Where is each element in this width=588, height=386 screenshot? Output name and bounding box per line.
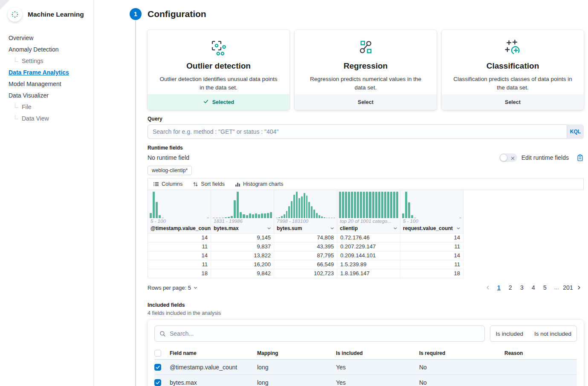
copy-clipboard-icon[interactable] (576, 154, 584, 161)
histogram-bar (240, 212, 242, 218)
select-all-checkbox[interactable] (154, 350, 161, 357)
cell-bytes.sum: 102,723 (274, 269, 337, 278)
sidebar-item-file[interactable]: File (15, 104, 32, 110)
configuration-step-content: Outlier detectionOutlier detection ident… (148, 30, 584, 386)
datagrid-body: 149,14574,8080.72.176.4614119,83743,3950… (148, 233, 463, 278)
histogram-bar (162, 218, 164, 218)
job-type-card-outlier-detection[interactable]: Outlier detectionOutlier detection ident… (148, 30, 290, 110)
column-name-button[interactable]: bytes.sum (274, 225, 337, 233)
cell-request.value_count: 14 (400, 251, 463, 260)
pagination-previous-button[interactable] (483, 285, 492, 291)
histogram-bar (153, 192, 155, 218)
histogram-bar (225, 217, 227, 218)
histogram-bar (298, 198, 300, 218)
column-name-button[interactable]: request.value_count (400, 225, 463, 233)
column-header-is-required: Is required (419, 350, 504, 356)
edit-runtime-fields-toggle[interactable] (499, 153, 517, 162)
histogram-bar (357, 192, 359, 218)
histogram-bar (219, 218, 221, 218)
card-selected-button[interactable]: Selected (148, 94, 290, 110)
rows-per-page-button[interactable]: Rows per page: 5 (148, 285, 198, 291)
histogram-bar (301, 196, 303, 218)
pagination-next-button[interactable] (574, 285, 584, 291)
histogram-bar (405, 192, 407, 218)
pagination-page-5[interactable]: 5 (540, 282, 550, 293)
sidebar-item-anomaly-detection[interactable]: Anomaly Detection (9, 46, 59, 53)
row-checkbox[interactable] (154, 364, 161, 371)
column-header-is-included: Is included (336, 350, 419, 356)
table-row: 119,83743,3950.207.229.14711 (148, 242, 463, 251)
pagination-page-1[interactable]: 1 (494, 282, 504, 293)
histogram-bar (342, 192, 344, 218)
histogram-bar (387, 192, 389, 218)
histogram-bar (306, 196, 308, 218)
column-header-field-name: Field name (170, 350, 257, 356)
histogram-bar (243, 214, 245, 218)
cell-bytes.sum: 66,549 (274, 260, 337, 269)
cell-field-name: @timestamp.value_count (170, 364, 257, 371)
sidebar-item-data-view[interactable]: Data View (15, 115, 49, 122)
column-name-button[interactable]: bytes.max (211, 225, 274, 233)
job-type-card-regression[interactable]: RegressionRegression predicts numerical … (295, 30, 437, 110)
histogram-bar (150, 213, 152, 218)
histogram-bar (288, 206, 290, 218)
sidebar-item-overview[interactable]: Overview (9, 35, 33, 41)
cell-field-name: bytes.max (170, 379, 257, 386)
filter-button-is-included[interactable]: Is included (490, 326, 529, 342)
cell-clientip: 0.207.229.147 (337, 242, 400, 251)
column-header-bytes.sum: 7998 - 183100bytes.sum (274, 190, 337, 233)
pagination-page-3[interactable]: 3 (517, 282, 527, 293)
pagination-page-2[interactable]: 2 (505, 282, 516, 293)
fields-table-header: Field nameMappingIs includedIs requiredR… (154, 347, 577, 360)
histogram-bar (321, 216, 323, 218)
fields-search-input[interactable] (170, 330, 480, 337)
column-name-button[interactable]: @timestamp.value_count (148, 225, 211, 233)
toolbar-button-columns[interactable]: Columns (153, 181, 182, 187)
column-range-label: 5 - 100 (148, 218, 211, 225)
included-fields-panel: Is includedIs not included Field nameMap… (148, 320, 584, 386)
sidebar-item-settings[interactable]: Settings (15, 58, 43, 64)
histogram-bar (339, 192, 341, 218)
card-body: Outlier detectionOutlier detection ident… (148, 30, 290, 94)
chevron-down-icon[interactable] (393, 226, 398, 231)
cell-is-included: Yes (336, 364, 419, 371)
sidebar-item-model-management[interactable]: Model Management (9, 81, 61, 87)
toolbar-button-histogram-charts[interactable]: Histogram charts (235, 181, 283, 187)
cell-bytes.max: 9,837 (211, 242, 274, 251)
job-type-card-classification[interactable]: ClassificationClassification predicts cl… (442, 30, 584, 110)
classification-icon (442, 39, 584, 57)
filter-button-is-not-included[interactable]: Is not included (529, 326, 577, 342)
chevron-down-icon[interactable] (266, 226, 272, 231)
histogram-bar (366, 192, 368, 218)
histogram-bar (234, 200, 236, 218)
cell-@timestamp.value_count: 14 (148, 233, 211, 242)
histogram-bar (333, 218, 335, 218)
query-input[interactable] (148, 124, 567, 139)
histogram-bar (411, 215, 413, 218)
cell-request.value_count: 11 (400, 260, 463, 269)
toolbar-button-sort-fields[interactable]: Sort fields (193, 181, 225, 187)
pagination-page-201[interactable]: 201 (563, 282, 573, 293)
histogram-bar (222, 218, 224, 218)
pagination-page-4[interactable]: 4 (528, 282, 539, 293)
query-bar: KQL (148, 124, 584, 139)
chevron-down-icon (193, 285, 198, 290)
chevron-down-icon[interactable] (456, 226, 461, 231)
column-header-bytes.max: 1831 - 19986bytes.max (211, 190, 274, 233)
histogram-bar (363, 192, 365, 218)
runtime-fields-controls: Edit runtime fields (499, 153, 584, 162)
card-select-button[interactable]: Select (295, 94, 437, 110)
chevron-down-icon[interactable] (330, 226, 335, 231)
histogram-bar (360, 192, 362, 218)
card-select-button[interactable]: Select (442, 94, 584, 110)
kql-badge[interactable]: KQL (567, 124, 584, 139)
histogram-bar (258, 214, 260, 218)
column-name-button[interactable]: clientip (337, 225, 400, 233)
edit-runtime-fields-label[interactable]: Edit runtime fields (521, 154, 569, 161)
row-checkbox[interactable] (154, 379, 161, 386)
table-row: 1413,82287,7950.209.144.10114 (148, 251, 463, 260)
app-header: Machine Learning (0, 0, 93, 22)
sidebar-item-data-visualizer[interactable]: Data Visualizer (9, 92, 49, 99)
sidebar-item-data-frame-analytics[interactable]: Data Frame Analytics (9, 69, 69, 76)
histogram-bar (393, 192, 395, 218)
